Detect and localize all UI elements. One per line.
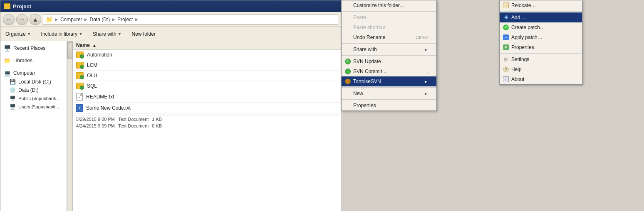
menu-item-share-with[interactable]: Share with ► — [342, 44, 436, 54]
properties-symbol: P — [503, 44, 509, 50]
help-symbol: ? — [503, 66, 509, 72]
sidebar-item-data-drive[interactable]: 💿 Data (D:) — [2, 86, 65, 94]
sidebar-item-local-disk[interactable]: 💾 Local Disk (C:) — [2, 78, 65, 86]
file-item-readme[interactable]: TXT README.txt — [73, 91, 341, 103]
menu-item-undo-rename[interactable]: Undo Rename Ctrl+Z — [342, 32, 436, 42]
menu-item-customize[interactable]: Customize this folder… — [342, 0, 436, 10]
tortoise-svn-submenu: ↔ Relocate… ✦ Add… ✓ Create patch… → App… — [499, 0, 582, 85]
folder-path-icon: 📁 — [46, 16, 53, 23]
share-with-button[interactable]: Share with ▼ — [91, 30, 124, 38]
newcode-size: 0 KB — [152, 123, 162, 128]
tortoise-svn-icon — [344, 78, 352, 85]
menu-item-tortoise-svn[interactable]: TortoiseSVN ► — [342, 76, 436, 86]
tortoise-svn-arrow: ► — [424, 79, 428, 84]
settings-icon: ⚙ — [502, 56, 510, 63]
submenu-separator-1 — [500, 11, 582, 12]
readme-details-row: 5/29/2015 9:00 PM Text Document 1 KB — [73, 115, 341, 123]
address-bar: ← → ▲ 📁 ► Computer ► Data (D:) ► Project… — [0, 12, 341, 27]
svn-update-icon — [344, 58, 352, 65]
submenu-item-relocate[interactable]: ↔ Relocate… — [500, 0, 582, 10]
svn-commit-icon — [344, 68, 352, 75]
menu-item-svn-commit[interactable]: SVN Commit… , — [342, 66, 436, 76]
file-list-header: Name ▲ — [73, 41, 341, 50]
path-drive[interactable]: Data (D:) — [89, 17, 110, 22]
submenu-item-help[interactable]: ? Help — [500, 64, 582, 74]
library-arrow: ▼ — [79, 32, 83, 36]
sidebar-item-public[interactable]: 🖥️ Public (\\opusbank... — [2, 94, 65, 103]
share-with-arrow: ► — [424, 47, 428, 52]
path-computer[interactable]: Computer — [60, 17, 82, 22]
add-symbol: ✦ — [503, 14, 509, 22]
file-item-sql[interactable]: SQL — [73, 81, 341, 91]
sidebar-item-libraries[interactable]: 📁 Libraries — [2, 56, 65, 65]
menu-item-new[interactable]: New ► — [342, 88, 436, 98]
data-drive-icon: 💿 — [10, 87, 16, 93]
folder-svn-icon — [76, 72, 84, 79]
folder-svn-icon — [76, 62, 84, 69]
menu-item-svn-update[interactable]: SVN Update — [342, 56, 436, 66]
address-path[interactable]: 📁 ► Computer ► Data (D:) ► Project ► — [43, 15, 338, 25]
blue-file-icon: i — [76, 104, 83, 112]
submenu-item-settings[interactable]: ⚙ Settings — [500, 54, 582, 64]
back-button[interactable]: ← — [3, 14, 15, 25]
submenu-separator-2 — [500, 53, 582, 54]
svn-update-circle — [345, 59, 351, 64]
context-menu: Customize this folder… Paste Paste short… — [341, 0, 437, 111]
apply-patch-symbol: → — [503, 34, 509, 40]
menu-item-paste-shortcut[interactable]: Paste shortcut — [342, 22, 436, 32]
create-patch-symbol: ✓ — [503, 25, 509, 30]
toolbar: Organize ▼ Include in library ▼ Share wi… — [0, 27, 341, 41]
sidebar: 🖥️ Recent Places 📁 Libraries 💻 Computer … — [0, 41, 67, 211]
title-folder-icon — [4, 3, 10, 9]
create-patch-icon: ✓ — [502, 24, 510, 31]
path-separator-4: ► — [134, 17, 139, 22]
file-item-some-new-code[interactable]: i Some New Code.txt — [73, 103, 341, 114]
include-in-library-button[interactable]: Include in library ▼ — [40, 30, 84, 38]
sidebar-scroll-thumb[interactable] — [67, 42, 72, 59]
sidebar-item-recent-places[interactable]: 🖥️ Recent Places — [2, 44, 65, 53]
submenu-item-apply-patch[interactable]: → Apply patch… — [500, 32, 582, 42]
newcode-details-row: 4/24/2015 9:09 PM Text Document 0 KB — [73, 123, 341, 129]
file-item-automation[interactable]: Automation — [73, 50, 341, 60]
menu-separator-3 — [342, 55, 436, 56]
sidebar-item-users[interactable]: 🖥️ Users (\\opusbank... — [2, 103, 65, 111]
sort-arrow: ▲ — [92, 43, 97, 48]
organize-button[interactable]: Organize ▼ — [4, 30, 33, 38]
new-folder-button[interactable]: New folder — [130, 30, 157, 38]
file-list: Name ▲ Automation LCM OLU SQL — [73, 41, 341, 211]
submenu-item-create-patch[interactable]: ✓ Create patch… — [500, 22, 582, 32]
window-title: Project — [13, 3, 31, 10]
sidebar-scrollbar[interactable] — [67, 41, 73, 211]
settings-symbol: ⚙ — [503, 56, 509, 62]
public-icon: 🖥️ — [10, 96, 16, 101]
sidebar-item-computer[interactable]: 💻 Computer — [2, 69, 65, 78]
relocate-symbol: ↔ — [503, 2, 509, 8]
newcode-type: Text Document — [118, 123, 149, 128]
new-arrow: ► — [424, 91, 428, 96]
path-separator-2: ► — [84, 17, 89, 22]
menu-item-properties[interactable]: Properties — [342, 101, 436, 110]
readme-type: Text Document — [118, 117, 149, 122]
file-item-olu[interactable]: OLU — [73, 71, 341, 81]
path-separator-1: ► — [54, 17, 59, 22]
svn-properties-icon: P — [502, 44, 510, 51]
undo-rename-shortcut: Ctrl+Z — [416, 35, 428, 40]
path-separator-3: ► — [111, 17, 116, 22]
menu-separator-1 — [342, 11, 436, 12]
menu-separator-5 — [342, 99, 436, 100]
file-item-lcm[interactable]: LCM — [73, 60, 341, 71]
submenu-item-about[interactable]: i About — [500, 74, 582, 84]
up-button[interactable]: ▲ — [30, 14, 41, 25]
sidebar-container: 🖥️ Recent Places 📁 Libraries 💻 Computer … — [0, 41, 73, 211]
submenu-item-add[interactable]: ✦ Add… — [500, 12, 582, 22]
help-icon: ? — [502, 66, 510, 73]
path-folder[interactable]: Project — [117, 17, 133, 22]
about-symbol: i — [503, 76, 509, 82]
add-icon: ✦ — [502, 14, 510, 21]
menu-item-paste[interactable]: Paste — [342, 12, 436, 22]
local-disk-icon: 💾 — [10, 79, 16, 85]
forward-button[interactable]: → — [16, 14, 28, 25]
submenu-item-properties[interactable]: P Properties — [500, 42, 582, 52]
recent-places-icon: 🖥️ — [4, 45, 11, 52]
about-icon: i — [502, 76, 510, 83]
